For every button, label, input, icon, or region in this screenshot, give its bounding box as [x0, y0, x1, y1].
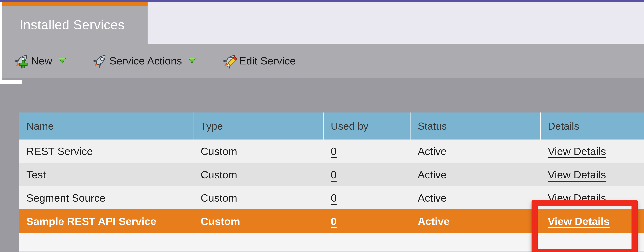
new-button[interactable]: New [13, 52, 66, 69]
rocket-plus-icon [13, 52, 30, 69]
table-row-rest-service[interactable]: REST Service Custom 0 Active View Detail… [19, 140, 644, 163]
used-by-link[interactable]: 0 [331, 192, 336, 204]
installed-services-table: Name Type Used by Status Details REST Se… [19, 112, 644, 252]
screen: Installed Services New [0, 0, 644, 252]
used-by-link[interactable]: 0 [331, 215, 336, 227]
used-by-link[interactable]: 0 [331, 145, 336, 157]
column-header-used-by[interactable]: Used by [324, 112, 410, 140]
page-left-edge-notch [0, 80, 22, 84]
status-cell: Active [410, 140, 540, 163]
dropdown-arrow-icon [188, 57, 196, 64]
column-header-type[interactable]: Type [194, 112, 324, 140]
name-cell: REST Service [19, 140, 194, 163]
top-accent-bar [0, 0, 644, 2]
table-bottom-border [19, 251, 644, 252]
type-cell: Custom [194, 163, 324, 186]
status-cell: Active [410, 186, 540, 209]
rocket-icon [91, 52, 108, 69]
table-empty-area [19, 233, 644, 251]
service-actions-button[interactable]: Service Actions [91, 52, 196, 69]
used-by-cell: 0 [324, 140, 410, 163]
column-header-name[interactable]: Name [19, 112, 194, 140]
table-row-sample-rest-api-service[interactable]: Sample REST API Service Custom 0 Active … [19, 209, 644, 233]
table-row-test[interactable]: Test Custom 0 Active View Details [19, 163, 644, 186]
new-button-label: New [31, 55, 52, 67]
used-by-cell: 0 [324, 186, 410, 209]
tab-accent-bar [2, 2, 148, 6]
name-cell: Test [19, 163, 194, 186]
tab-label: Installed Services [20, 6, 124, 44]
view-details-link[interactable]: View Details [548, 169, 606, 181]
used-by-link[interactable]: 0 [331, 169, 336, 181]
name-cell: Segment Source [19, 186, 194, 209]
column-header-details[interactable]: Details [540, 112, 643, 140]
used-by-cell: 0 [324, 163, 410, 186]
status-cell: Active [410, 209, 540, 233]
table-header-row: Name Type Used by Status Details [19, 112, 644, 140]
edit-service-button-label: Edit Service [239, 55, 296, 67]
type-cell: Custom [194, 140, 324, 163]
tab-installed-services[interactable]: Installed Services [2, 2, 148, 44]
service-actions-button-label: Service Actions [110, 55, 182, 67]
name-cell: Sample REST API Service [19, 209, 194, 233]
dropdown-arrow-icon [58, 57, 66, 64]
details-cell: View Details [540, 163, 643, 186]
edit-service-button[interactable]: Edit Service [221, 52, 296, 69]
toolbar: New [0, 44, 644, 78]
view-details-link[interactable]: View Details [548, 192, 606, 204]
used-by-cell: 0 [324, 209, 410, 233]
type-cell: Custom [194, 186, 324, 209]
column-header-status[interactable]: Status [410, 112, 540, 140]
view-details-link[interactable]: View Details [548, 145, 606, 157]
status-cell: Active [410, 163, 540, 186]
table-row-segment-source[interactable]: Segment Source Custom 0 Active View Deta… [19, 186, 644, 209]
details-cell: View Details [540, 140, 643, 163]
type-cell: Custom [194, 209, 324, 233]
view-details-link[interactable]: View Details [548, 215, 610, 227]
details-cell: View Details [540, 186, 643, 209]
rocket-pencil-icon [221, 52, 238, 69]
page-left-edge [0, 2, 2, 80]
details-cell: View Details [540, 209, 643, 233]
